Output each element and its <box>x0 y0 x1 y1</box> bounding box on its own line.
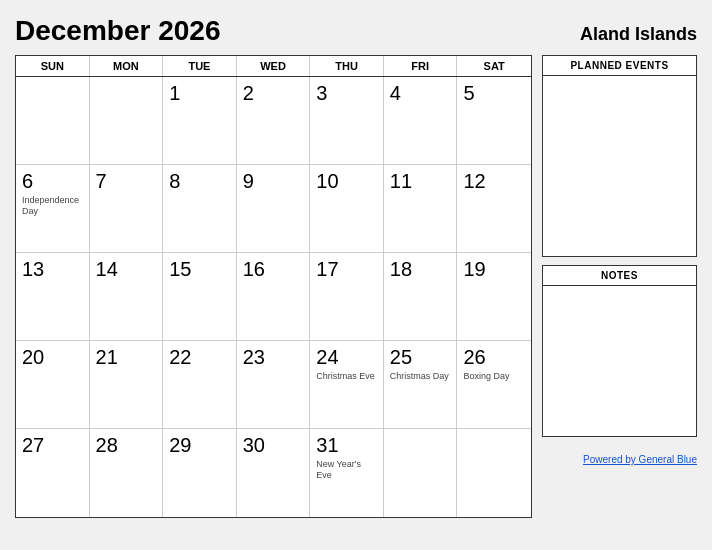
day-number: 20 <box>22 345 83 369</box>
event-label: Christmas Day <box>390 371 451 382</box>
day-number: 1 <box>169 81 230 105</box>
day-number: 16 <box>243 257 304 281</box>
day-number: 13 <box>22 257 83 281</box>
day-cell: 28 <box>90 429 164 517</box>
day-cell: 7 <box>90 165 164 253</box>
day-number: 21 <box>96 345 157 369</box>
day-cell: 1 <box>163 77 237 165</box>
day-cell: 15 <box>163 253 237 341</box>
day-cell: 5 <box>457 77 531 165</box>
day-number: 3 <box>316 81 377 105</box>
day-cell <box>90 77 164 165</box>
day-cell <box>457 429 531 517</box>
event-label: Independence Day <box>22 195 83 217</box>
day-cell: 16 <box>237 253 311 341</box>
day-number: 15 <box>169 257 230 281</box>
day-of-week-header: TUE <box>163 56 237 76</box>
day-cell: 18 <box>384 253 458 341</box>
day-cell: 26Boxing Day <box>457 341 531 429</box>
day-cell: 6Independence Day <box>16 165 90 253</box>
main-layout: SUNMONTUEWEDTHUFRISAT 123456Independence… <box>15 55 697 518</box>
day-cell: 17 <box>310 253 384 341</box>
day-cell: 4 <box>384 77 458 165</box>
planned-events-box: PLANNED EVENTS <box>542 55 697 257</box>
calendar-grid: 123456Independence Day789101112131415161… <box>16 77 531 517</box>
day-cell: 27 <box>16 429 90 517</box>
day-number: 27 <box>22 433 83 457</box>
calendar-area: SUNMONTUEWEDTHUFRISAT 123456Independence… <box>15 55 532 518</box>
event-label: Boxing Day <box>463 371 525 382</box>
event-label: Christmas Eve <box>316 371 377 382</box>
event-label: New Year's Eve <box>316 459 377 481</box>
calendar-header: SUNMONTUEWEDTHUFRISAT <box>16 56 531 77</box>
planned-events-title: PLANNED EVENTS <box>543 56 696 76</box>
day-number: 30 <box>243 433 304 457</box>
day-of-week-header: THU <box>310 56 384 76</box>
day-number: 28 <box>96 433 157 457</box>
day-cell: 25Christmas Day <box>384 341 458 429</box>
region-title: Aland Islands <box>580 24 697 45</box>
day-cell: 12 <box>457 165 531 253</box>
day-cell: 23 <box>237 341 311 429</box>
sidebar: PLANNED EVENTS NOTES Powered by General … <box>542 55 697 518</box>
day-of-week-header: SAT <box>457 56 531 76</box>
day-number: 31 <box>316 433 377 457</box>
day-of-week-header: SUN <box>16 56 90 76</box>
day-number: 18 <box>390 257 451 281</box>
powered-by-link[interactable]: Powered by General Blue <box>583 454 697 465</box>
day-number: 25 <box>390 345 451 369</box>
day-cell: 14 <box>90 253 164 341</box>
page-header: December 2026 Aland Islands <box>15 15 697 47</box>
day-number: 5 <box>463 81 525 105</box>
day-number: 8 <box>169 169 230 193</box>
notes-body <box>543 286 696 436</box>
day-number: 2 <box>243 81 304 105</box>
planned-events-body <box>543 76 696 256</box>
day-cell: 3 <box>310 77 384 165</box>
day-of-week-header: FRI <box>384 56 458 76</box>
day-cell: 30 <box>237 429 311 517</box>
notes-box: NOTES <box>542 265 697 437</box>
day-number: 7 <box>96 169 157 193</box>
day-cell: 29 <box>163 429 237 517</box>
day-cell: 21 <box>90 341 164 429</box>
day-cell: 19 <box>457 253 531 341</box>
day-number: 11 <box>390 169 451 193</box>
day-cell: 10 <box>310 165 384 253</box>
day-number: 29 <box>169 433 230 457</box>
day-cell: 22 <box>163 341 237 429</box>
day-number: 22 <box>169 345 230 369</box>
day-cell: 2 <box>237 77 311 165</box>
powered-by: Powered by General Blue <box>542 449 697 467</box>
notes-title: NOTES <box>543 266 696 286</box>
day-number: 14 <box>96 257 157 281</box>
day-cell <box>384 429 458 517</box>
day-cell: 31New Year's Eve <box>310 429 384 517</box>
day-of-week-header: WED <box>237 56 311 76</box>
day-cell <box>16 77 90 165</box>
day-number: 10 <box>316 169 377 193</box>
day-number: 24 <box>316 345 377 369</box>
day-cell: 8 <box>163 165 237 253</box>
day-number: 9 <box>243 169 304 193</box>
month-year-title: December 2026 <box>15 15 220 47</box>
day-cell: 9 <box>237 165 311 253</box>
day-number: 26 <box>463 345 525 369</box>
day-number: 12 <box>463 169 525 193</box>
day-of-week-header: MON <box>90 56 164 76</box>
day-number: 6 <box>22 169 83 193</box>
day-cell: 24Christmas Eve <box>310 341 384 429</box>
day-number: 4 <box>390 81 451 105</box>
day-number: 23 <box>243 345 304 369</box>
day-number: 17 <box>316 257 377 281</box>
day-number: 19 <box>463 257 525 281</box>
day-cell: 20 <box>16 341 90 429</box>
day-cell: 11 <box>384 165 458 253</box>
day-cell: 13 <box>16 253 90 341</box>
